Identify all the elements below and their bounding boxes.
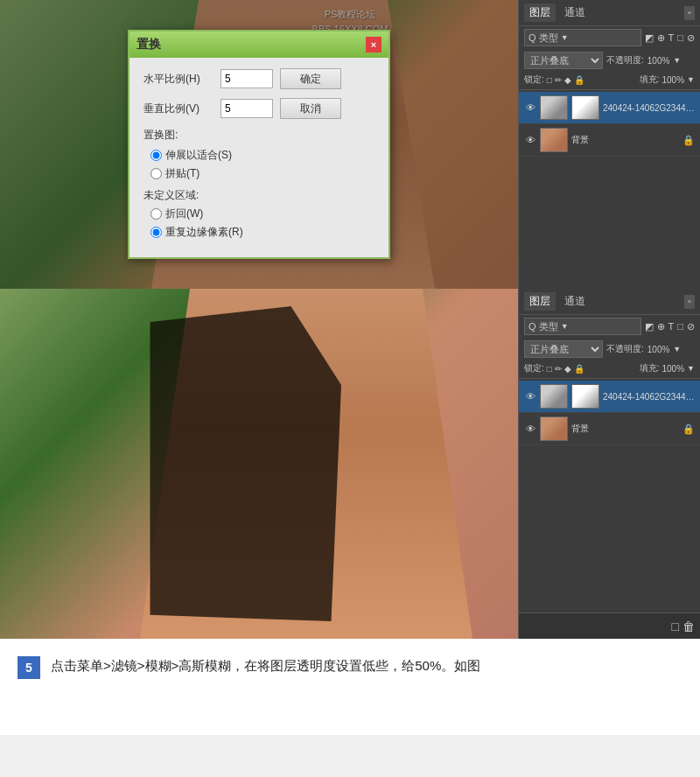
displace-dialog: 置换 × 水平比例(H) 确定 垂直比例(V) 取消 置换图: [128, 30, 390, 259]
lock-icon-1-bottom[interactable]: □ [547, 364, 552, 374]
kind-icon-T-bottom[interactable]: T [668, 321, 675, 332]
layer-thumb-inner-1-bottom [541, 385, 567, 408]
lock-icon-2-top[interactable]: ✏ [555, 75, 562, 85]
layers-tab-top[interactable]: 图层 [524, 4, 556, 22]
divider-bottom [519, 378, 700, 379]
repeat-row: 重复边缘像素(R) [150, 225, 374, 240]
vertical-input[interactable] [220, 99, 273, 118]
fill-label-top: 填充: [640, 74, 660, 86]
opacity-arrow-bottom: ▼ [673, 345, 681, 354]
opacity-label-top: 不透明度: [606, 54, 644, 66]
lock-icon-3-bottom[interactable]: ◆ [564, 364, 571, 374]
lock-icon-1-top[interactable]: □ [547, 75, 552, 85]
kind-icon-shape-top[interactable]: □ [677, 32, 683, 43]
layer-filter-select-top[interactable]: Q 类型 ▼ [524, 29, 641, 46]
lock-icon-4-bottom[interactable]: 🔒 [574, 364, 584, 374]
map-radio-group: 伸展以适合(S) 拼贴(T) [150, 148, 374, 181]
opacity-value-bottom: 100% [648, 345, 670, 354]
search-label-top: Q 类型 [528, 32, 558, 45]
layer-thumb-inner-2-bottom [541, 417, 567, 440]
undef-section-label: 未定义区域: [144, 188, 374, 203]
lock-icon-3-top[interactable]: ◆ [564, 75, 571, 85]
layer-item-1-top[interactable]: 👁 240424-14062G2344383 [519, 92, 700, 124]
layer-thumb-2-bottom [540, 416, 568, 441]
layer-eye-2-top[interactable]: 👁 [524, 134, 536, 146]
dialog-close-button[interactable]: × [366, 37, 382, 52]
wrap-label: 折回(W) [165, 206, 203, 221]
kind-icon-fx-top[interactable]: ⊘ [687, 32, 695, 44]
lock-row-bottom: 锁定: □ ✏ ◆ 🔒 填充: 100% ▼ [519, 360, 700, 376]
divider-top [519, 89, 700, 90]
filter-dropdown-icon-bottom: ▼ [561, 322, 569, 331]
ps-search-row-bottom: Q 类型 ▼ ◩ ⊕ T □ ⊘ [519, 315, 700, 338]
search-label-bottom: Q 类型 [528, 320, 558, 333]
vertical-label: 垂直比例(V) [144, 102, 214, 116]
stretch-radio[interactable] [150, 150, 162, 161]
layer-item-2-bottom[interactable]: 👁 背景 🔒 [519, 413, 700, 445]
horizontal-input[interactable] [220, 69, 273, 88]
layer-lock-2-bottom: 🔒 [682, 424, 695, 435]
undef-radio-group: 折回(W) 重复边缘像素(R) [150, 206, 374, 240]
lock-row-top: 锁定: □ ✏ ◆ 🔒 填充: 100% ▼ [519, 72, 700, 88]
panel-collapse-bottom[interactable]: « [684, 295, 695, 309]
add-layer-icon[interactable]: □ [672, 620, 679, 634]
blend-mode-select-bottom[interactable]: 正片叠底 [524, 340, 603, 358]
kind-icon-1-bottom[interactable]: ◩ [645, 321, 654, 332]
stretch-row: 伸展以适合(S) [150, 148, 374, 163]
fill-arrow-bottom: ▼ [687, 364, 695, 373]
layer-filter-select-bottom[interactable]: Q 类型 ▼ [524, 318, 641, 335]
repeat-label: 重复边缘像素(R) [165, 225, 243, 240]
layer-mask-inner-1-bottom [572, 385, 598, 408]
horizontal-label: 水平比例(H) [144, 72, 214, 87]
layer-item-1-bottom[interactable]: 👁 240424-14062G2344383 [519, 381, 700, 413]
fill-value-bottom: 100% [662, 364, 685, 374]
tattoo-bottom [140, 306, 341, 621]
ps-panel-bottom-header: 图层 通道 « [519, 289, 700, 315]
kind-icon-1-top[interactable]: ◩ [645, 32, 654, 44]
lock-icon-4-top[interactable]: 🔒 [574, 75, 584, 85]
cancel-button[interactable]: 取消 [280, 98, 341, 119]
confirm-button[interactable]: 确定 [280, 68, 341, 89]
layer-item-2-top[interactable]: 👁 背景 🔒 [519, 124, 700, 157]
ps-panel-bottom: 图层 通道 « Q 类型 ▼ ◩ ⊕ T □ ⊘ 正片叠底 不透明度: 100%… [518, 289, 700, 639]
kind-icon-shape-bottom[interactable]: □ [677, 321, 683, 332]
ps-bottom-toolbar: □ 🗑 [519, 612, 700, 639]
layer-eye-1-bottom[interactable]: 👁 [524, 390, 536, 402]
layer-name-1-bottom: 240424-14062G2344383 [603, 392, 695, 402]
ps-panel-top-header: 图层 通道 « [519, 0, 700, 26]
top-section: PS教程论坛 BBS.16XX8.COM 置换 × 水平比例(H) 确定 垂直比… [0, 0, 700, 289]
layer-thumb-inner-2-top [541, 129, 567, 151]
kind-icon-2-top[interactable]: ⊕ [657, 32, 665, 44]
dialog-body: 水平比例(H) 确定 垂直比例(V) 取消 置换图: 伸展以适合(S) [130, 58, 388, 257]
horizontal-row: 水平比例(H) 确定 [144, 68, 374, 89]
layer-eye-2-bottom[interactable]: 👁 [524, 423, 536, 435]
channels-tab-top[interactable]: 通道 [559, 4, 591, 22]
delete-layer-icon[interactable]: 🗑 [682, 620, 695, 634]
repeat-radio[interactable] [150, 227, 162, 238]
vertical-row: 垂直比例(V) 取消 [144, 98, 374, 119]
step-text-5: 点击菜单>滤镜>模糊>高斯模糊，在将图层透明度设置低些，给50%。如图 [51, 654, 480, 677]
kind-icon-fx-bottom[interactable]: ⊘ [687, 321, 695, 332]
ps-search-row-top: Q 类型 ▼ ◩ ⊕ T □ ⊘ [519, 26, 700, 49]
fill-value-top: 100% [662, 75, 685, 85]
layer-eye-1-top[interactable]: 👁 [524, 102, 536, 114]
panel-collapse-top[interactable]: « [684, 6, 695, 20]
kind-icon-T-top[interactable]: T [668, 32, 675, 43]
layer-lock-2-top: 🔒 [682, 135, 695, 146]
fill-label-bottom: 填充: [640, 362, 660, 374]
fill-arrow-top: ▼ [687, 75, 695, 84]
layers-tab-bottom[interactable]: 图层 [524, 292, 556, 311]
step-badge-5: 5 [18, 656, 40, 679]
channels-tab-bottom[interactable]: 通道 [559, 292, 591, 311]
lock-label-top: 锁定: [524, 74, 544, 86]
blend-row-bottom: 正片叠底 不透明度: 100% ▼ [519, 338, 700, 360]
layer-name-2-top: 背景 [571, 134, 679, 146]
kind-icon-2-bottom[interactable]: ⊕ [657, 321, 665, 332]
blend-mode-select-top[interactable]: 正片叠底 [524, 52, 603, 69]
lock-icon-2-bottom[interactable]: ✏ [555, 364, 562, 374]
layer-mask-thumb-1-bottom [571, 384, 599, 409]
tile-radio[interactable] [150, 168, 162, 179]
wrap-radio[interactable] [150, 208, 162, 220]
layer-thumb-2-top [540, 128, 568, 152]
bottom-section: 图层 通道 « Q 类型 ▼ ◩ ⊕ T □ ⊘ 正片叠底 不透明度: 100%… [0, 289, 700, 639]
